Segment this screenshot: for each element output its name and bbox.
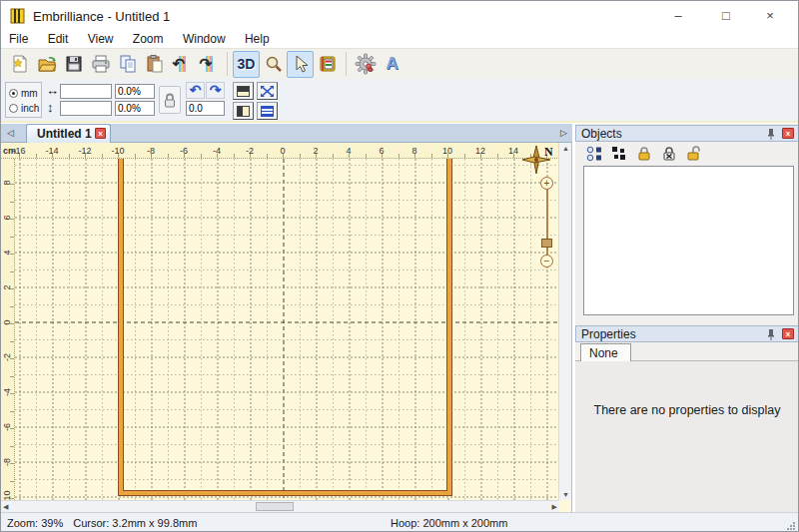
height-input[interactable] [60, 101, 112, 116]
v-ruler-label: -8 [2, 452, 12, 472]
lock-icon [163, 91, 177, 109]
new-button[interactable] [6, 51, 33, 78]
compass-n-label: N [544, 145, 553, 159]
resize-grip[interactable] [786, 521, 796, 531]
lock-x-icon[interactable] [660, 145, 678, 163]
menu-view[interactable]: View [80, 31, 122, 47]
rotate-right-icon: ↷ [210, 82, 222, 98]
scroll-down-arrow[interactable]: ▼ [559, 491, 572, 498]
tab-scroll-right-button[interactable]: ▷ [556, 126, 571, 141]
width-input[interactable] [60, 84, 112, 99]
menu-zoom[interactable]: Zoom [125, 31, 172, 47]
app-icon [10, 8, 25, 24]
printer-icon [91, 54, 111, 74]
objects-list[interactable] [583, 166, 794, 315]
properties-empty-message: There are no properties to display [575, 403, 799, 417]
aspect-lock-button[interactable] [159, 86, 181, 114]
unit-inch-option[interactable]: inch [9, 101, 41, 116]
document-tab-bar: ◁ Untitled 1 x ▷ [1, 124, 572, 143]
status-cursor: Cursor: 3.2mm x 99.8mm [73, 517, 197, 529]
tab-untitled-1[interactable]: Untitled 1 x [26, 124, 111, 143]
pin-icon[interactable] [766, 128, 776, 141]
height-percent-input[interactable] [115, 101, 155, 116]
width-percent-input[interactable] [115, 84, 155, 99]
radio-inch[interactable] [9, 104, 18, 113]
scroll-left-arrow[interactable]: ◀ [3, 503, 8, 511]
status-hoop: Hoop: 200mm x 200mm [391, 517, 507, 529]
flip-vertical-button[interactable]: ↷ [195, 51, 222, 78]
vertical-scrollbar[interactable]: ▲ ▼ [558, 143, 571, 500]
design-canvas[interactable]: cm -16-14-12-10-8-6-4-202468101214 86420… [1, 143, 572, 512]
unit-selector: mm inch [5, 82, 42, 118]
zoom-in-button[interactable]: + [540, 177, 553, 190]
side-panels: Objects x [575, 124, 799, 512]
pin-icon[interactable] [766, 328, 776, 341]
main-toolbar: ↶ ↷ 3D [1, 48, 798, 79]
status-zoom: Zoom: 39% [7, 517, 63, 529]
app-window: Embrilliance - Untitled 1 – □ × File Edi… [0, 0, 799, 532]
scrollbar-thumb[interactable] [256, 502, 294, 511]
menu-bar: File Edit View Zoom Window Help [1, 31, 798, 48]
slider-handle[interactable] [541, 239, 552, 248]
list-icon [261, 106, 274, 117]
unit-inch-label: inch [21, 103, 39, 114]
rotation-input[interactable] [186, 101, 225, 116]
select-objects-icon[interactable] [585, 145, 603, 163]
v-ruler-label: 6 [2, 208, 12, 228]
v-ruler-labels: 86420-2-4-6-8-10 [1, 159, 15, 500]
status-left: Zoom: 39%Cursor: 3.2mm x 99.8mm [7, 517, 207, 529]
lettering-button[interactable]: A [379, 51, 405, 78]
new-document-icon [10, 54, 30, 74]
objects-close-button[interactable]: x [782, 128, 794, 139]
zoom-slider[interactable]: + − [539, 177, 556, 268]
h-ruler-labels: cm -16-14-12-10-8-6-4-202468101214 [1, 143, 559, 159]
close-button[interactable]: × [750, 1, 790, 31]
save-floppy-icon [64, 54, 84, 74]
copy-button[interactable] [114, 51, 141, 78]
lock-open-icon[interactable] [685, 145, 703, 163]
radio-mm[interactable] [9, 89, 18, 98]
thread-palette-button[interactable] [314, 51, 341, 78]
v-ruler-label: 8 [2, 173, 12, 193]
scroll-right-arrow[interactable]: ▶ [552, 503, 557, 511]
rotate-right-button[interactable]: ↷ [206, 82, 225, 99]
properties-tab-none[interactable]: None [580, 343, 631, 361]
zoom-out-button[interactable]: − [540, 255, 553, 267]
scroll-up-arrow[interactable]: ▲ [559, 145, 572, 152]
paste-button[interactable] [141, 51, 168, 78]
properties-panel-header: Properties x [575, 325, 799, 342]
magnify-button[interactable] [260, 51, 287, 78]
pointer-icon [291, 54, 311, 74]
select-stitches-icon[interactable] [610, 145, 628, 163]
tab-scroll-left-button[interactable]: ◁ [3, 126, 18, 141]
fit-to-window-button[interactable] [257, 82, 278, 100]
hoop-top-view-button[interactable] [233, 82, 254, 100]
menu-window[interactable]: Window [175, 31, 234, 47]
select-tool-button[interactable] [287, 51, 314, 78]
magnifier-icon [264, 54, 284, 74]
menu-edit[interactable]: Edit [40, 31, 77, 47]
lock-closed-icon[interactable] [635, 145, 653, 163]
view-3d-button[interactable]: 3D [233, 51, 260, 78]
flip-horizontal-button[interactable]: ↶ [168, 51, 195, 78]
split-horizontal-icon [237, 86, 250, 97]
stitch-list-button[interactable] [257, 102, 278, 120]
open-folder-icon [37, 54, 57, 74]
save-button[interactable] [60, 51, 87, 78]
compass-rose-icon: N [520, 144, 560, 178]
stitch-utility-button[interactable] [352, 51, 379, 78]
menu-file[interactable]: File [1, 31, 36, 47]
properties-close-button[interactable]: x [782, 328, 794, 339]
objects-panel-header: Objects x [575, 125, 799, 142]
properties-tab-row: None [575, 342, 799, 361]
rotate-left-button[interactable]: ↶ [186, 82, 205, 99]
tab-close-button[interactable]: x [95, 128, 106, 139]
print-button[interactable] [87, 51, 114, 78]
open-button[interactable] [33, 51, 60, 78]
menu-help[interactable]: Help [237, 31, 278, 47]
hoop-side-view-button[interactable] [233, 102, 254, 120]
horizontal-scrollbar[interactable]: ◀ ▶ [1, 500, 559, 512]
maximize-button[interactable]: □ [706, 1, 746, 31]
minimize-button[interactable]: – [658, 1, 698, 31]
unit-mm-option[interactable]: mm [9, 86, 41, 101]
